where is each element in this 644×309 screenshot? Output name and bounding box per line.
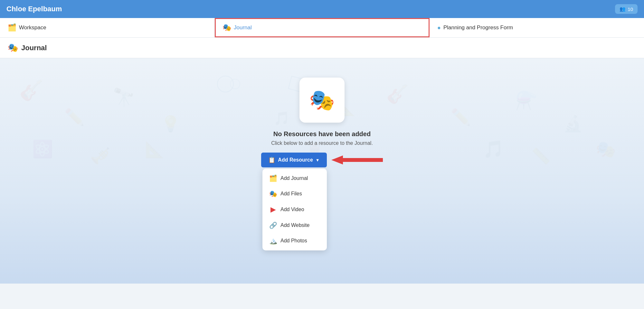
add-photos-label: Add Photos: [280, 238, 307, 244]
journal-emoji: 🎭: [309, 88, 335, 112]
chevron-down-icon: ▼: [316, 158, 320, 163]
add-resource-button[interactable]: 📋 Add Resource ▼: [261, 153, 327, 167]
click-below-text: Click below to add a resource to the Jou…: [271, 140, 373, 146]
dropdown-item-add-website[interactable]: 🔗 Add Website: [262, 218, 327, 233]
add-files-label: Add Files: [280, 191, 302, 197]
dropdown-item-add-photos[interactable]: 🏔️ Add Photos: [262, 233, 327, 248]
page-title: Journal: [21, 44, 47, 52]
user-count-badge: 👥 10: [615, 4, 638, 14]
svg-rect-21: [343, 158, 383, 162]
page-header-icon: 🎭: [8, 43, 18, 53]
add-video-label: Add Video: [280, 207, 304, 212]
add-photos-icon: 🏔️: [269, 237, 277, 245]
center-content: 🎭 No Resources have been added Click bel…: [0, 58, 644, 250]
tab-workspace-label: Workspace: [19, 24, 46, 31]
add-journal-icon: 🗂️: [269, 174, 277, 182]
user-name: Chloe Epelbaum: [6, 5, 62, 13]
add-website-label: Add Website: [280, 222, 309, 228]
tab-bar: 🗂️ Workspace 🎭 Journal ● Planning and Pr…: [0, 18, 644, 38]
tab-planning-label: Planning and Progress Form: [443, 24, 513, 31]
tab-planning[interactable]: ● Planning and Progress Form: [430, 18, 644, 37]
no-resources-heading: No Resources have been added: [273, 130, 371, 138]
dropdown-menu: 🗂️ Add Journal 🎭 Add Files ▶ Add Video 🔗…: [262, 169, 327, 250]
dropdown-item-add-journal[interactable]: 🗂️ Add Journal: [262, 171, 327, 186]
content-area: 🎸 ✏️ 🔭 💡 ⚛️ 🎺 📐 🎸 ✏️ ⚗️ 🔬 🎵 🎭 📏 🎵 📐 🏺 🎭 …: [0, 58, 644, 284]
add-video-icon: ▶: [269, 205, 277, 214]
tab-journal-label: Journal: [234, 24, 252, 31]
journal-icon-card: 🎭: [299, 78, 345, 123]
dropdown-item-add-video[interactable]: ▶ Add Video: [262, 201, 327, 218]
dropdown-item-add-files[interactable]: 🎭 Add Files: [262, 186, 327, 201]
app-header: Chloe Epelbaum 👥 10: [0, 0, 644, 18]
arrow-annotation: [331, 155, 383, 164]
user-count: 10: [628, 6, 633, 12]
tab-workspace[interactable]: 🗂️ Workspace: [0, 18, 215, 37]
tab-journal[interactable]: 🎭 Journal: [215, 18, 430, 37]
add-journal-label: Add Journal: [280, 175, 308, 181]
planning-icon: ●: [437, 24, 441, 31]
workspace-icon: 🗂️: [8, 23, 16, 32]
journal-tab-icon: 🎭: [223, 23, 231, 32]
add-website-icon: 🔗: [269, 221, 277, 229]
add-resource-icon: 📋: [268, 156, 275, 164]
add-resource-container: 📋 Add Resource ▼: [261, 153, 383, 167]
svg-marker-20: [331, 155, 343, 164]
users-icon: 👥: [620, 6, 626, 12]
page-header: 🎭 Journal: [0, 38, 644, 58]
add-resource-label: Add Resource: [278, 157, 313, 163]
add-files-icon: 🎭: [269, 190, 277, 198]
